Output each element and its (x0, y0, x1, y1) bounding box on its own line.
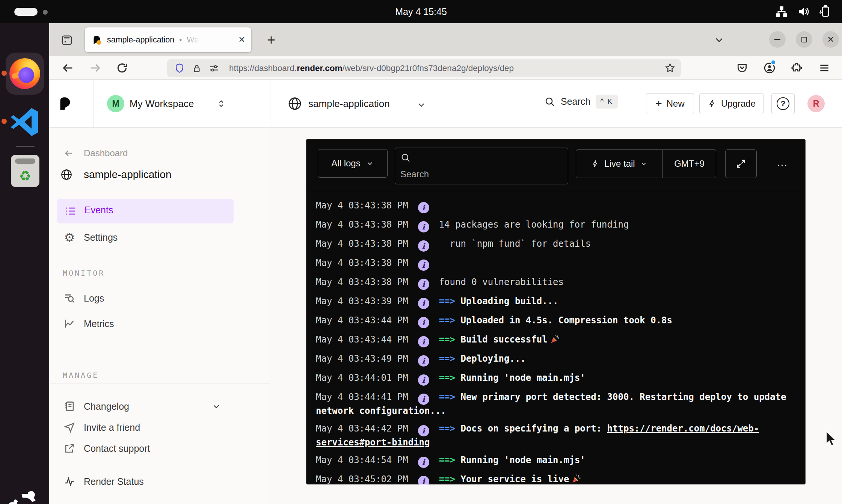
help-button[interactable]: ? (771, 93, 795, 114)
log-search-input[interactable]: Search (395, 148, 568, 184)
events-list-icon (64, 205, 76, 217)
sidebar-item-contact[interactable]: Contact support (49, 441, 270, 456)
sidebar-item-logs[interactable]: Logs (49, 291, 270, 306)
vscode-dock-item[interactable] (9, 106, 41, 138)
dock-divider (16, 146, 35, 147)
log-row: May 4 03:43:44 PMi==> Build successful (316, 331, 796, 350)
new-tab-button[interactable]: + (261, 30, 281, 50)
log-search-placeholder: Search (400, 169, 429, 180)
log-row: May 4 03:44:42 PMi==> Docs on specifying… (316, 420, 796, 451)
close-button[interactable]: ✕ (822, 31, 839, 48)
log-arrow: ==> (439, 315, 455, 326)
log-toolbar: All logs Search (306, 139, 805, 192)
system-tray[interactable] (775, 0, 832, 23)
firefox-window: sample-application • We ✕ + ✕ (49, 23, 842, 504)
network-icon[interactable] (775, 5, 788, 18)
new-button[interactable]: + New (646, 93, 694, 114)
permissions-icon[interactable] (208, 63, 220, 74)
info-icon: i (418, 457, 429, 468)
timezone-button[interactable]: GMT+9 (663, 158, 716, 169)
more-options-button[interactable]: … (771, 156, 794, 169)
sidebar-item-invite[interactable]: Invite a friend (49, 420, 270, 435)
changelog-icon (63, 400, 75, 412)
render-logo[interactable] (56, 95, 73, 112)
lightning-icon (591, 160, 599, 168)
help-question-icon: ? (777, 97, 789, 110)
log-message: ==> Running 'node main.mjs' (439, 455, 585, 465)
volume-icon[interactable] (797, 5, 810, 18)
log-filter-label: All logs (331, 158, 360, 169)
bookmark-star-icon[interactable] (664, 62, 676, 74)
sidebar-service-title[interactable]: sample-application (49, 167, 270, 182)
workspace-dot[interactable] (43, 10, 48, 15)
paper-plane-icon (63, 421, 75, 433)
service-selector[interactable]: sample-application (308, 98, 390, 109)
ubuntu-logo[interactable] (8, 489, 42, 504)
global-search[interactable]: Search ^ K (544, 95, 618, 109)
firefox-dock-item[interactable] (6, 53, 44, 95)
upgrade-button-label: Upgrade (721, 98, 756, 109)
tab-list-chevron-icon[interactable] (713, 34, 725, 46)
upgrade-button[interactable]: Upgrade (699, 93, 764, 114)
lock-icon[interactable] (192, 63, 202, 74)
firefox-view-icon (60, 34, 73, 47)
pocket-icon[interactable] (735, 61, 749, 75)
search-label: Search (561, 96, 590, 107)
minimize-icon (774, 39, 780, 40)
url-text[interactable]: https://dashboard.render.com/web/srv-d0b… (229, 63, 514, 73)
sidebar-item-settings[interactable]: ⚙ Settings (49, 230, 270, 245)
screen: May 4 15:45 (0, 0, 842, 504)
manage-heading: MANAGE (63, 371, 99, 380)
account-notification-dot (771, 60, 776, 65)
external-link-icon (63, 442, 75, 454)
forward-button[interactable] (88, 61, 102, 75)
shield-icon[interactable] (174, 63, 185, 74)
back-button[interactable] (61, 61, 75, 75)
account-icon[interactable] (763, 61, 776, 75)
minimize-button[interactable] (769, 31, 786, 48)
reload-button[interactable] (115, 61, 129, 75)
extensions-puzzle-icon[interactable] (790, 61, 804, 75)
url-bar[interactable]: https://dashboard.render.com/web/srv-d0b… (167, 59, 681, 77)
changelog-chevron-icon[interactable] (211, 401, 221, 411)
log-arrow: ==> (439, 373, 455, 383)
log-filter-button[interactable]: All logs (318, 149, 388, 178)
expand-logs-button[interactable] (725, 149, 757, 178)
service-chevron-icon[interactable] (416, 100, 426, 110)
back-arrow-icon (63, 147, 74, 159)
recycle-icon: ♻ (11, 169, 39, 183)
log-timestamp: May 4 03:44:01 PM (316, 373, 408, 383)
header-divider (633, 80, 633, 128)
system-clock[interactable]: May 4 15:45 (395, 6, 447, 17)
workspace-avatar[interactable]: M (107, 95, 124, 112)
log-arrow: ==> (439, 392, 455, 402)
battery-icon[interactable] (819, 5, 832, 18)
live-tail-button[interactable]: Live tail (576, 150, 663, 178)
trash-dock-item[interactable]: ♻ (11, 155, 39, 187)
log-row: May 4 03:43:49 PMi==> Deploying... (316, 350, 796, 369)
log-row: May 4 03:44:01 PMi==> Running 'node main… (316, 369, 796, 388)
user-avatar[interactable]: R (807, 95, 825, 112)
tab-close-button[interactable]: ✕ (238, 36, 245, 44)
log-body[interactable]: May 4 03:43:38 PMiMay 4 03:43:38 PMi14 p… (306, 193, 805, 484)
sidebar-item-changelog[interactable]: Changelog (49, 399, 270, 414)
sidebar-back-dashboard[interactable]: Dashboard (49, 146, 270, 161)
log-message: run `npm fund` for details (439, 238, 591, 249)
info-icon: i (418, 279, 429, 290)
workspace-switcher-icon[interactable] (216, 98, 226, 109)
sidebar-item-events[interactable]: Events (57, 199, 234, 223)
log-timestamp: May 4 03:43:38 PM (316, 277, 408, 287)
browser-tab[interactable]: sample-application • We ✕ (85, 27, 251, 52)
menu-hamburger-icon[interactable] (818, 61, 831, 75)
info-icon: i (418, 240, 429, 252)
sidebar-item-metrics[interactable]: Metrics (49, 316, 270, 331)
log-row: May 4 03:43:38 PMi14 packages are lookin… (316, 216, 796, 235)
log-arrow: ==> (439, 353, 455, 364)
system-top-bar: May 4 15:45 (0, 0, 842, 23)
sidebar-item-render-status[interactable]: Render Status (49, 474, 270, 489)
workspace-pill[interactable] (14, 8, 38, 16)
restore-button[interactable] (796, 31, 812, 48)
workspace-name[interactable]: My Workspace (130, 98, 194, 109)
page-header: M My Workspace sample-application (49, 80, 842, 128)
firefox-view-button[interactable] (59, 32, 75, 48)
